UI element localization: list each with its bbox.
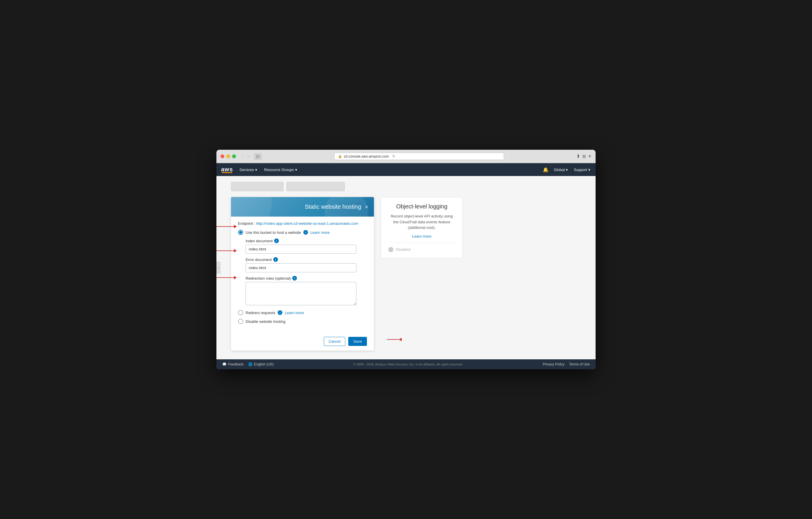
host-info-icon[interactable]: i	[303, 230, 308, 235]
arrow-error-doc	[216, 276, 237, 279]
redirect-info-icon[interactable]: i	[292, 276, 297, 280]
notifications-icon[interactable]: 🔔	[543, 167, 549, 172]
main-area: Static website hosting × Endpoint : http…	[225, 197, 587, 351]
error-document-label-text: Error document	[245, 257, 272, 262]
radio-disable-label: Disable website hosting	[245, 319, 286, 324]
redirection-rules-textarea[interactable]	[245, 282, 356, 305]
disabled-circle-icon	[388, 247, 394, 252]
redirection-rules-group: Redirection rules (optional) i	[245, 276, 367, 306]
language-item[interactable]: 🌐 English (US)	[248, 362, 273, 366]
globe-icon: 🌐	[248, 362, 253, 366]
index-document-label: Index document i	[245, 239, 367, 243]
radio-redirect[interactable]: Redirect requests i Learn more	[238, 310, 367, 315]
reload-icon[interactable]: ↻	[392, 154, 396, 159]
redirect-learn-more-link[interactable]: Learn more	[285, 310, 304, 315]
tabs-row	[225, 182, 587, 191]
language-label: English (US)	[254, 362, 273, 366]
modal-title: Static website hosting	[301, 203, 365, 210]
resource-groups-label: Resource Groups	[264, 168, 294, 172]
address-bar[interactable]: 🔒 s3.console.aws.amazon.com ↻	[334, 153, 504, 160]
index-document-input[interactable]	[245, 245, 356, 254]
modal-body: Endpoint : http://notes-app-client.s3-we…	[231, 217, 374, 333]
support-label: Support	[574, 168, 587, 172]
lock-icon: 🔒	[338, 155, 342, 158]
error-info-icon[interactable]: i	[273, 257, 278, 262]
tab-2[interactable]	[286, 182, 345, 191]
page-content: ›	[216, 176, 596, 359]
index-info-icon[interactable]: i	[274, 239, 279, 243]
browser-titlebar: ‹ › ⊡ 🔒 s3.console.aws.amazon.com ↻ ⬆ ⧉ …	[216, 150, 596, 163]
index-document-group: Index document i	[245, 239, 367, 254]
radio-redirect-circle[interactable]	[238, 310, 243, 315]
modal-footer: Cancel Save	[231, 333, 374, 351]
nav-buttons: ‹ ›	[240, 153, 251, 160]
error-document-group: Error document i	[245, 257, 367, 272]
close-button[interactable]	[221, 155, 224, 158]
feedback-item[interactable]: 💬 Feedback	[222, 362, 243, 366]
privacy-policy-link[interactable]: Privacy Policy	[543, 362, 565, 366]
aws-logo: aws	[221, 166, 233, 173]
feedback-label: Feedback	[228, 362, 243, 366]
sidebar-toggle[interactable]: ›	[216, 262, 221, 274]
radio-redirect-label: Redirect requests	[245, 310, 276, 315]
resource-groups-menu[interactable]: Resource Groups ▾	[264, 166, 298, 173]
radio-disable[interactable]: Disable website hosting	[238, 319, 367, 324]
tab-1[interactable]	[231, 182, 284, 191]
logging-disabled-row: Disabled	[388, 247, 455, 252]
radio-host-website[interactable]: Use this bucket to host a website i Lear…	[238, 230, 367, 235]
services-label: Services	[239, 168, 254, 172]
aws-logo-text[interactable]: aws	[221, 166, 233, 172]
radio-host-label: Use this bucket to host a website	[245, 230, 301, 235]
redirect-radio-info-icon[interactable]: i	[278, 310, 282, 315]
back-button[interactable]: ‹	[240, 153, 245, 160]
arrow-save-button	[387, 338, 399, 341]
redirection-rules-label-text: Redirection rules (optional)	[245, 276, 291, 280]
object-level-logging-panel: Object-level logging Record object-level…	[381, 197, 463, 258]
browser-actions: ⬆ ⧉ +	[576, 153, 591, 160]
address-bar-wrap: 🔒 s3.console.aws.amazon.com ↻	[265, 153, 574, 160]
traffic-lights	[221, 155, 236, 158]
logging-title: Object-level logging	[388, 203, 455, 210]
static-website-hosting-modal: Static website hosting × Endpoint : http…	[231, 197, 374, 351]
radio-disable-circle[interactable]	[238, 319, 243, 324]
global-menu[interactable]: Global ▾	[553, 166, 569, 173]
logging-learn-more-link[interactable]: Learn more	[388, 234, 455, 239]
add-tab-button[interactable]: +	[588, 153, 591, 160]
error-document-input[interactable]	[245, 263, 356, 272]
aws-footer: 💬 Feedback 🌐 English (US) © 2008 - 2018,…	[216, 359, 596, 369]
modal-close-button[interactable]: ×	[365, 204, 368, 210]
arrow-index-doc	[216, 249, 237, 252]
modal-header: Static website hosting ×	[231, 197, 374, 217]
cancel-button[interactable]: Cancel	[324, 337, 345, 346]
endpoint-label: Endpoint :	[238, 221, 255, 226]
endpoint-link[interactable]: http://notes-app-client.s3-website-us-ea…	[256, 221, 358, 226]
terms-link[interactable]: Terms of Use	[569, 362, 590, 366]
save-button[interactable]: Save	[348, 337, 367, 346]
forward-button[interactable]: ›	[246, 153, 251, 160]
share-button[interactable]: ⬆	[576, 154, 580, 159]
sidebar-button[interactable]: ⧉	[582, 154, 586, 159]
feedback-icon: 💬	[222, 362, 227, 366]
header-circle-1	[231, 197, 272, 217]
aws-navbar: aws Services ▾ Resource Groups ▾ 🔔 Globa…	[216, 163, 596, 176]
host-learn-more-link[interactable]: Learn more	[310, 230, 329, 235]
support-chevron-icon: ▾	[588, 168, 590, 172]
maximize-button[interactable]	[232, 155, 236, 158]
aws-logo-bar	[222, 172, 232, 173]
nav-right: 🔔 Global ▾ Support ▾	[543, 166, 591, 173]
support-menu[interactable]: Support ▾	[573, 166, 591, 173]
copyright-text: © 2008 - 2018, Amazon Web Services, Inc.…	[278, 362, 538, 366]
disabled-label: Disabled	[396, 247, 411, 252]
index-document-label-text: Index document	[245, 239, 273, 243]
logging-description: Record object-level API activity using t…	[388, 213, 455, 230]
radio-host-circle[interactable]	[238, 230, 243, 235]
tab-switcher-button[interactable]: ⊡	[254, 153, 262, 160]
global-chevron-icon: ▾	[566, 168, 568, 172]
minimize-button[interactable]	[226, 155, 230, 158]
footer-links: Privacy Policy Terms of Use	[543, 362, 590, 366]
url-text: s3.console.aws.amazon.com	[344, 155, 389, 159]
services-menu[interactable]: Services ▾	[239, 166, 258, 173]
services-chevron-icon: ▾	[255, 168, 257, 172]
resource-groups-chevron-icon: ▾	[295, 168, 297, 172]
endpoint-row: Endpoint : http://notes-app-client.s3-we…	[238, 221, 367, 226]
